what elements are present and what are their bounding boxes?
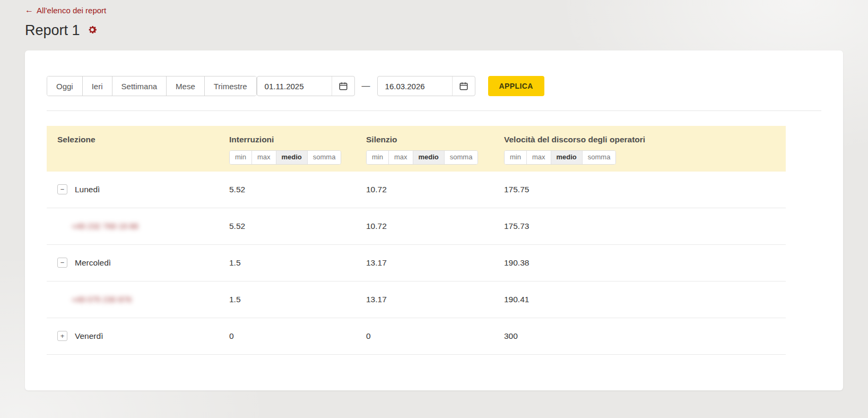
- velocita-aggregation-toggle: min max medio somma: [504, 150, 616, 165]
- table-row: + Venerdì 0 0 300: [47, 318, 786, 355]
- silenzio-value: 13.17: [366, 258, 504, 268]
- agg-min-toggle[interactable]: min: [367, 151, 389, 164]
- table-row-child: +49 075 230 876 1.5 13.17 190.41: [47, 281, 786, 318]
- collapse-row-button[interactable]: −: [57, 184, 67, 194]
- date-to-value: 16.03.2026: [378, 82, 452, 91]
- interruzioni-value: 5.52: [229, 221, 366, 231]
- table-row: − Lunedì 5.52 10.72 175.75: [47, 172, 786, 208]
- silenzio-aggregation-toggle: min max medio somma: [366, 150, 478, 165]
- date-range-separator: —: [362, 81, 370, 91]
- interruzioni-aggregation-toggle: min max medio somma: [229, 150, 341, 165]
- agg-min-toggle[interactable]: min: [230, 151, 252, 164]
- preset-ieri-button[interactable]: Ieri: [83, 76, 112, 96]
- date-from-input[interactable]: 01.11.2025: [257, 76, 355, 96]
- date-to-input[interactable]: 16.03.2026: [377, 76, 475, 96]
- silenzio-value: 10.72: [366, 221, 504, 231]
- agg-medio-toggle[interactable]: medio: [276, 151, 308, 164]
- date-from-value: 01.11.2025: [257, 82, 332, 91]
- agg-medio-toggle[interactable]: medio: [551, 151, 583, 164]
- page-title: Report 1: [25, 22, 80, 39]
- velocita-value: 175.75: [504, 185, 786, 194]
- report-settings-button[interactable]: [87, 24, 98, 37]
- column-header-velocita: Velocità del discorso degli operatori: [504, 135, 786, 144]
- calendar-icon[interactable]: [332, 76, 354, 96]
- report-card: Oggi Ieri Settimana Mese Trimestre 01.11…: [25, 50, 843, 390]
- agg-somma-toggle[interactable]: somma: [308, 151, 341, 164]
- toolbar-divider: [47, 110, 821, 111]
- row-label: Mercoledì: [75, 258, 111, 268]
- preset-trimestre-button[interactable]: Trimestre: [205, 76, 256, 96]
- velocita-value: 190.41: [504, 295, 786, 304]
- preset-oggi-button[interactable]: Oggi: [47, 76, 83, 96]
- agg-max-toggle[interactable]: max: [252, 151, 276, 164]
- column-header-interruzioni: Interruzioni: [229, 135, 366, 144]
- report-page: ← All'elenco dei report Report 1 Oggi Ie…: [0, 0, 868, 390]
- collapse-row-button[interactable]: −: [57, 258, 67, 268]
- interruzioni-value: 1.5: [229, 258, 366, 268]
- velocita-value: 300: [504, 331, 786, 341]
- agg-min-toggle[interactable]: min: [505, 151, 527, 164]
- date-preset-group: Oggi Ieri Settimana Mese Trimestre: [47, 76, 257, 96]
- preset-settimana-button[interactable]: Settimana: [112, 76, 167, 96]
- calendar-icon[interactable]: [452, 76, 475, 96]
- row-label: Venerdì: [75, 331, 103, 341]
- silenzio-value: 0: [366, 331, 504, 341]
- date-filter-toolbar: Oggi Ieri Settimana Mese Trimestre 01.11…: [47, 76, 821, 96]
- back-link-label: All'elenco dei report: [37, 6, 106, 15]
- blurred-phone-link[interactable]: +49 232 769 19 88: [72, 221, 138, 231]
- agg-somma-toggle[interactable]: somma: [445, 151, 478, 164]
- back-to-reports-link[interactable]: ← All'elenco dei report: [25, 5, 106, 15]
- agg-medio-toggle[interactable]: medio: [413, 151, 445, 164]
- report-table: Selezione Interruzioni Silenzio Velocità…: [47, 126, 786, 355]
- silenzio-value: 10.72: [366, 185, 504, 194]
- agg-max-toggle[interactable]: max: [389, 151, 413, 164]
- title-row: Report 1: [25, 22, 843, 39]
- interruzioni-value: 5.52: [229, 185, 366, 194]
- interruzioni-value: 1.5: [229, 295, 366, 304]
- row-label: Lunedì: [75, 185, 100, 194]
- silenzio-value: 13.17: [366, 295, 504, 304]
- gear-icon: [87, 24, 98, 37]
- column-header-selezione: Selezione: [47, 135, 229, 144]
- table-row: − Mercoledì 1.5 13.17 190.38: [47, 245, 786, 281]
- table-header: Selezione Interruzioni Silenzio Velocità…: [47, 126, 786, 172]
- interruzioni-value: 0: [229, 331, 366, 341]
- apply-button[interactable]: APPLICA: [488, 76, 544, 96]
- agg-max-toggle[interactable]: max: [527, 151, 551, 164]
- expand-row-button[interactable]: +: [57, 331, 67, 341]
- velocita-value: 175.73: [504, 221, 786, 231]
- velocita-value: 190.38: [504, 258, 786, 268]
- column-header-silenzio: Silenzio: [366, 135, 504, 144]
- back-arrow-icon: ←: [25, 5, 33, 15]
- preset-mese-button[interactable]: Mese: [167, 76, 205, 96]
- table-row-child: +49 232 769 19 88 5.52 10.72 175.73: [47, 208, 786, 245]
- blurred-phone-link[interactable]: +49 075 230 876: [72, 295, 132, 304]
- agg-somma-toggle[interactable]: somma: [583, 151, 616, 164]
